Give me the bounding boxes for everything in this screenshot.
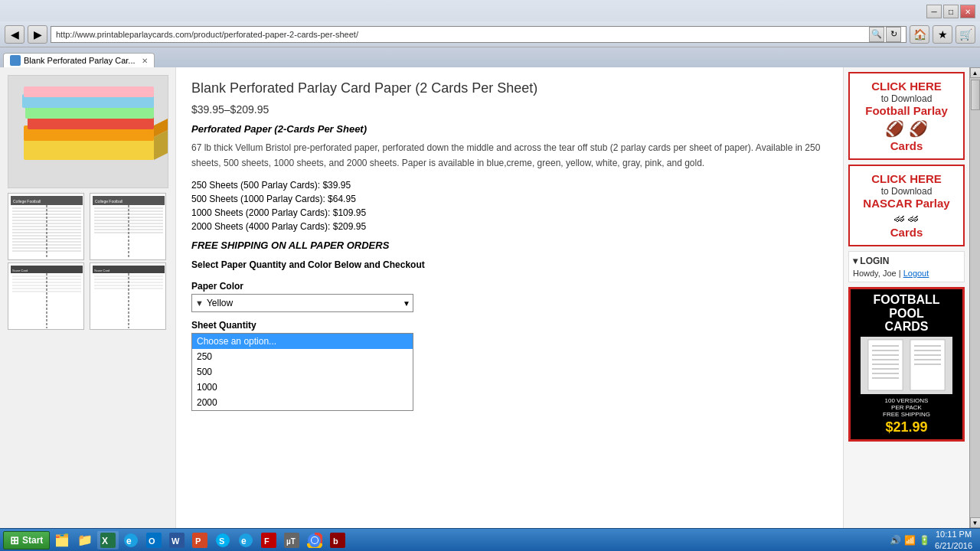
svg-point-90: [312, 537, 318, 543]
paper-color-group: Paper Color ▼ Yellow ▼: [191, 281, 828, 312]
ad1-line3: Football Parlay: [853, 104, 960, 118]
taskbar-word-icon[interactable]: W: [166, 531, 188, 549]
product-subtitle: Perforated Paper (2-Cards Per Sheet): [191, 123, 828, 135]
forward-button[interactable]: ▶: [28, 25, 47, 44]
thumbnail-2[interactable]: College Football: [90, 193, 166, 260]
title-bar: ─ □ ✕: [0, 0, 980, 21]
thumbnail-3[interactable]: Score Card: [8, 262, 84, 330]
thumbnail-4[interactable]: Score Card: [90, 262, 166, 330]
football-pool-ad[interactable]: FOOTBALL POOL CARDS: [848, 287, 965, 442]
login-section: ▾ LOGIN Howdy, Joe | Logout: [848, 251, 965, 282]
ad1-line1: CLICK HERE: [853, 80, 960, 93]
scroll-down-button[interactable]: ▼: [970, 517, 981, 528]
svg-text:O: O: [149, 536, 155, 546]
cart-icon[interactable]: 🛒: [956, 25, 975, 44]
svg-text:Score Card: Score Card: [94, 269, 109, 272]
quantity-option-choose[interactable]: Choose an option...: [192, 334, 413, 349]
ad1-line2: to Download: [853, 93, 960, 104]
close-button[interactable]: ✕: [960, 5, 975, 18]
start-label: Start: [22, 535, 43, 546]
svg-rect-55: [868, 340, 903, 390]
svg-text:College Football: College Football: [13, 199, 41, 204]
quantity-option-250[interactable]: 250: [192, 349, 413, 364]
scrollbar[interactable]: ▲ ▼: [969, 67, 980, 528]
taskbar-utorrent-icon[interactable]: µT: [281, 531, 302, 549]
taskbar-skype-icon[interactable]: S: [212, 531, 234, 549]
thumbnail-grid: College Football: [8, 193, 168, 330]
thumb-svg-2: College Football: [93, 196, 165, 259]
quantity-option-500[interactable]: 500: [192, 364, 413, 380]
taskbar-chrome-icon[interactable]: [304, 531, 325, 549]
svg-text:µT: µT: [286, 537, 296, 546]
taskbar-powerpoint-icon[interactable]: P: [189, 531, 211, 549]
pricing-line-4: 2000 Sheets (4000 Parlay Cards): $209.95: [191, 221, 828, 232]
taskbar-ie2-icon[interactable]: e: [235, 531, 256, 549]
scroll-thumb[interactable]: [971, 80, 980, 110]
fp-title-line1: FOOTBALL: [854, 293, 959, 307]
tab-favicon: [10, 55, 21, 66]
page-area: College Football: [0, 67, 980, 528]
paper-color-label: Paper Color: [191, 281, 828, 292]
tab-bar: Blank Perforated Parlay Car... ✕: [0, 47, 980, 67]
login-header[interactable]: ▾ LOGIN: [853, 256, 960, 266]
maximize-button[interactable]: □: [943, 5, 959, 18]
taskbar-filezilla-icon[interactable]: F: [258, 531, 279, 549]
taskbar-outlook-icon[interactable]: O: [143, 531, 165, 549]
search-icon[interactable]: 🔍: [869, 27, 884, 42]
pricing-line-3: 1000 Sheets (2000 Parlay Cards): $109.95: [191, 207, 828, 218]
active-tab[interactable]: Blank Perforated Parlay Car... ✕: [3, 53, 155, 67]
address-bar[interactable]: http://www.printableparlaycards.com/prod…: [51, 26, 906, 43]
thumb-svg-3: Score Card: [11, 266, 83, 328]
fp-title-line2: POOL: [854, 307, 959, 321]
ad2-line3: NASCAR Parlay: [853, 197, 960, 210]
taskbar-clock: 10:11 PM 6/21/2016: [935, 529, 972, 551]
scroll-up-button[interactable]: ▲: [970, 67, 981, 78]
quantity-option-1000[interactable]: 1000: [192, 380, 413, 395]
tab-close-button[interactable]: ✕: [142, 57, 148, 65]
free-shipping-label: FREE SHIPPING ON ALL PAPER ORDERS: [191, 240, 828, 251]
selected-color-value: Yellow: [207, 298, 233, 308]
svg-text:X: X: [102, 536, 108, 546]
color-dropdown-arrow-icon: ▼: [195, 298, 204, 308]
quantity-option-2000[interactable]: 2000: [192, 395, 413, 410]
fp-title-line3: CARDS: [854, 320, 959, 334]
back-button[interactable]: ◀: [5, 25, 24, 44]
taskbar-folder-icon[interactable]: 📁: [74, 531, 96, 549]
favorites-button[interactable]: ★: [933, 25, 952, 44]
home-button[interactable]: 🏠: [910, 25, 929, 44]
date-display: 6/21/2016: [935, 540, 972, 551]
main-product-image: [8, 75, 168, 188]
system-tray-icons: 🔊 📶 🔋: [890, 535, 930, 546]
ad2-line2: to Download: [853, 186, 960, 197]
refresh-icon[interactable]: ↻: [886, 27, 901, 42]
taskbar-app-icon[interactable]: b: [327, 531, 348, 549]
left-nav: College Football: [0, 67, 176, 528]
product-info-area: Blank Perforated Parlay Card Paper (2 Ca…: [176, 67, 843, 528]
fp-versions: 100 VERSIONSPER PACKFREE SHIPPING: [854, 397, 959, 418]
football-icons: 🏈 🏈: [853, 119, 960, 138]
battery-icon[interactable]: 🔋: [919, 535, 930, 546]
volume-icon[interactable]: 🔊: [890, 535, 901, 546]
logout-link[interactable]: Logout: [903, 269, 929, 278]
browser-chrome: ─ □ ✕ ◀ ▶ http://www.printableparlaycard…: [0, 0, 980, 67]
start-button[interactable]: ⊞ Start: [3, 531, 50, 549]
select-instruction: Select Paper Quantity and Color Below an…: [191, 259, 828, 272]
svg-text:e: e: [241, 536, 247, 546]
minimize-button[interactable]: ─: [926, 5, 942, 18]
taskbar-ie-icon[interactable]: e: [120, 531, 142, 549]
tab-label: Blank Perforated Parlay Car...: [24, 56, 136, 65]
taskbar-excel-icon[interactable]: X: [97, 531, 119, 549]
login-status: Howdy, Joe | Logout: [853, 269, 960, 278]
svg-rect-56: [910, 340, 945, 390]
svg-text:Score Card: Score Card: [12, 269, 28, 272]
thumbnail-1[interactable]: College Football: [8, 193, 84, 260]
taskbar-explorer-icon[interactable]: 🗂️: [51, 531, 73, 549]
quantity-dropdown-open: Choose an option... 250 500 1000 2000: [191, 333, 413, 411]
network-icon[interactable]: 📶: [904, 535, 916, 546]
product-title: Blank Perforated Parlay Card Paper (2 Ca…: [191, 80, 828, 97]
thumb-svg-4: Score Card: [93, 266, 165, 328]
dropdown-chevron-icon: ▼: [403, 298, 410, 307]
svg-text:S: S: [219, 536, 224, 546]
nascar-download-ad[interactable]: CLICK HERE to Download NASCAR Parlay 🏎 🏎…: [848, 165, 965, 246]
football-download-ad[interactable]: CLICK HERE to Download Football Parlay 🏈…: [848, 72, 965, 160]
